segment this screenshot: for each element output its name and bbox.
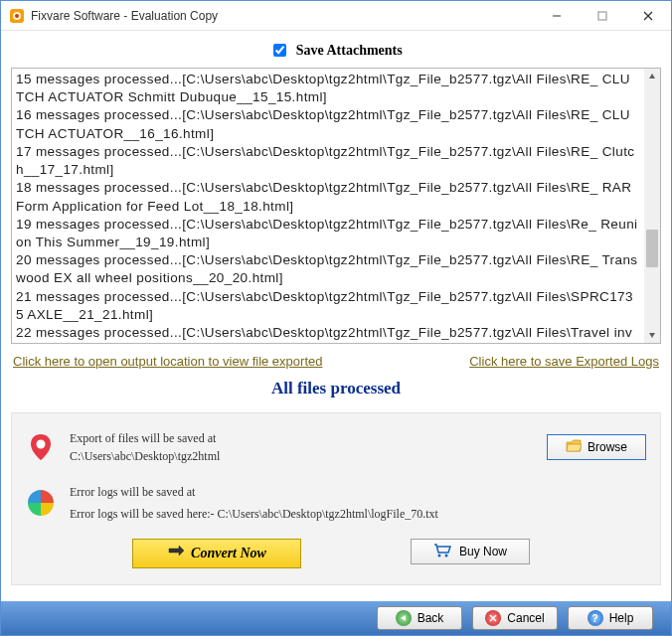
svg-marker-8 <box>649 333 655 338</box>
log-panel: 15 messages processed...[C:\Users\abc\De… <box>11 68 661 344</box>
log-scrollbar[interactable] <box>644 69 660 343</box>
scroll-track[interactable] <box>644 84 660 327</box>
convert-now-button[interactable]: Convert Now <box>132 539 301 568</box>
svg-rect-4 <box>598 12 606 20</box>
log-line: 17 messages processed...[C:\Users\abc\De… <box>16 143 638 179</box>
close-button[interactable] <box>625 1 671 30</box>
log-line: 16 messages processed...[C:\Users\abc\De… <box>16 106 638 142</box>
log-line: 22 messages processed...[C:\Users\abc\De… <box>16 324 638 343</box>
buy-label: Buy Now <box>459 545 507 558</box>
folder-icon <box>566 439 582 456</box>
svg-point-9 <box>37 440 46 449</box>
log-output[interactable]: 15 messages processed...[C:\Users\abc\De… <box>12 69 644 343</box>
status-message: All files processed <box>11 379 661 398</box>
footer-bar: Back Cancel ? Help <box>1 601 671 635</box>
error-heading: Error logs will be saved at <box>70 483 646 501</box>
error-path: Error logs will be saved here:- C:\Users… <box>70 505 646 523</box>
scroll-up-icon[interactable] <box>644 69 660 84</box>
paths-panel: Export of files will be saved at C:\User… <box>11 412 661 585</box>
log-line: 21 messages processed...[C:\Users\abc\De… <box>16 288 638 324</box>
log-line: 20 messages processed...[C:\Users\abc\De… <box>16 251 638 287</box>
error-path-row: Error logs will be saved at Error logs w… <box>26 477 646 529</box>
cancel-icon <box>485 610 501 626</box>
browse-button[interactable]: Browse <box>547 434 646 460</box>
export-heading: Export of files will be saved at <box>70 429 533 447</box>
cancel-button[interactable]: Cancel <box>472 606 558 630</box>
scroll-thumb[interactable] <box>646 230 658 267</box>
back-icon <box>396 610 412 626</box>
svg-point-11 <box>444 554 447 556</box>
window-title: Fixvare Software - Evaluation Copy <box>31 9 534 23</box>
svg-point-2 <box>15 14 19 18</box>
convert-icon <box>167 544 185 563</box>
svg-point-10 <box>437 554 440 556</box>
convert-label: Convert Now <box>191 546 266 561</box>
svg-marker-7 <box>649 74 655 79</box>
help-icon: ? <box>588 610 603 626</box>
buy-now-button[interactable]: Buy Now <box>411 539 530 564</box>
help-button[interactable]: ? Help <box>568 606 653 630</box>
save-attachments-text: Save Attachments <box>296 43 403 58</box>
log-line: 15 messages processed...[C:\Users\abc\De… <box>16 71 638 106</box>
cart-icon <box>433 544 451 560</box>
svg-line-5 <box>644 12 652 20</box>
maximize-button[interactable] <box>580 1 625 30</box>
back-label: Back <box>418 611 444 625</box>
app-icon <box>9 8 25 24</box>
log-line: 18 messages processed...[C:\Users\abc\De… <box>16 179 638 215</box>
help-label: Help <box>609 611 634 625</box>
log-line: 19 messages processed...[C:\Users\abc\De… <box>16 216 638 251</box>
cancel-label: Cancel <box>507 611 544 625</box>
save-attachments-row: Save Attachments <box>11 41 661 60</box>
export-path: C:\Users\abc\Desktop\tgz2html <box>70 447 533 465</box>
pie-chart-icon <box>26 488 56 518</box>
back-button[interactable]: Back <box>377 606 462 630</box>
titlebar: Fixvare Software - Evaluation Copy <box>1 1 671 31</box>
svg-line-6 <box>644 12 652 20</box>
export-path-row: Export of files will be saved at C:\User… <box>26 423 646 471</box>
minimize-button[interactable] <box>534 1 580 30</box>
save-attachments-checkbox-label[interactable]: Save Attachments <box>269 43 402 58</box>
svg-marker-12 <box>401 615 406 621</box>
save-logs-link[interactable]: Click here to save Exported Logs <box>469 354 659 369</box>
browse-label: Browse <box>588 440 627 454</box>
save-attachments-checkbox[interactable] <box>273 44 286 57</box>
location-pin-icon <box>26 432 56 462</box>
open-output-link[interactable]: Click here to open output location to vi… <box>13 354 322 369</box>
scroll-down-icon[interactable] <box>644 327 660 343</box>
